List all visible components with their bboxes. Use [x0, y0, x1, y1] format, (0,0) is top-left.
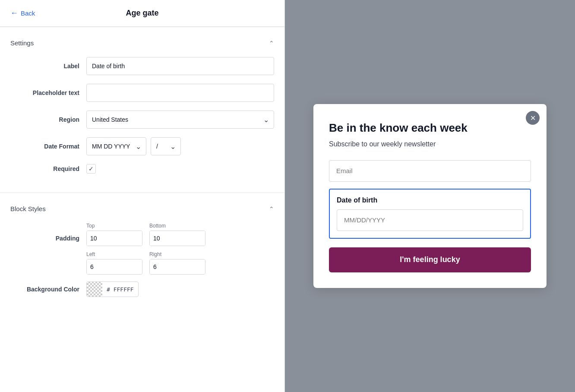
- block-styles-divider: [0, 193, 284, 193]
- modal-title: Be in the know each week: [329, 121, 531, 135]
- page-title: Age gate: [126, 9, 158, 18]
- modal-close-button[interactable]: ✕: [526, 111, 540, 125]
- left-panel: ← Back Age gate Settings ⌃ Label Placeho…: [0, 0, 285, 392]
- block-styles-chevron-icon: ⌃: [269, 205, 274, 212]
- dob-input[interactable]: [337, 209, 523, 231]
- modal-subtitle: Subscribe to our weekly newsletter: [329, 140, 531, 148]
- padding-row: Padding Top px ▲ ▼: [10, 223, 274, 275]
- padding-right-input[interactable]: [150, 259, 205, 274]
- color-value: # FFFFFF: [102, 286, 138, 293]
- padding-bottom-spinner: px ▲ ▼: [149, 231, 205, 246]
- header: ← Back Age gate: [0, 0, 284, 27]
- padding-top-spinner: px ▲ ▼: [86, 231, 142, 246]
- region-select[interactable]: United States United Kingdom Canada Aust…: [86, 111, 274, 129]
- padding-inputs: Top px ▲ ▼ Bot: [86, 223, 274, 275]
- settings-section-header[interactable]: Settings ⌃: [0, 31, 284, 54]
- padding-top-bottom-row: Top px ▲ ▼ Bot: [86, 223, 274, 246]
- date-format-select[interactable]: MM DD YYYY DD MM YYYY YYYY MM DD: [86, 137, 146, 155]
- padding-left-spinner: px ▲ ▼: [86, 259, 142, 275]
- date-of-birth-block: Date of birth: [329, 189, 531, 239]
- padding-top-label: Top: [86, 223, 142, 229]
- back-button[interactable]: ← Back: [10, 9, 35, 18]
- placeholder-row: Placeholder text: [10, 84, 274, 102]
- color-input-wrapper: # FFFFFF: [86, 281, 139, 297]
- right-panel: ✕ Be in the know each week Subscribe to …: [285, 0, 575, 392]
- back-label: Back: [21, 9, 35, 17]
- region-select-wrapper: United States United Kingdom Canada Aust…: [86, 111, 274, 129]
- date-format-select-wrapper: MM DD YYYY DD MM YYYY YYYY MM DD ⌄: [86, 137, 146, 155]
- padding-left-label: Left: [86, 251, 142, 257]
- padding-right-label: Right: [149, 251, 205, 257]
- padding-right-group: Right px ▲ ▼: [149, 251, 205, 275]
- placeholder-field-label: Placeholder text: [10, 89, 79, 96]
- date-format-inputs: MM DD YYYY DD MM YYYY YYYY MM DD ⌄ / - .…: [86, 137, 181, 155]
- required-field-label: Required: [10, 165, 79, 172]
- padding-left-group: Left px ▲ ▼: [86, 251, 142, 275]
- padding-top-input[interactable]: [87, 231, 142, 246]
- close-icon: ✕: [530, 114, 536, 122]
- label-field-label: Label: [10, 63, 79, 70]
- date-format-field-label: Date Format: [10, 143, 79, 150]
- check-icon: ✓: [88, 165, 94, 172]
- background-color-label: Background Color: [10, 286, 79, 293]
- block-styles-section-header[interactable]: Block Styles ⌃: [0, 196, 284, 219]
- block-styles-body: Padding Top px ▲ ▼: [0, 219, 284, 307]
- region-field-label: Region: [10, 116, 79, 123]
- settings-chevron-icon: ⌃: [269, 40, 274, 47]
- background-color-row: Background Color # FFFFFF: [10, 281, 274, 297]
- section-divider: [0, 27, 284, 27]
- required-checkbox[interactable]: ✓: [86, 164, 96, 174]
- back-arrow-icon: ←: [10, 9, 18, 18]
- required-row: Required ✓: [10, 164, 274, 174]
- block-styles-section: Block Styles ⌃ Padding Top px: [0, 193, 284, 307]
- submit-label: I'm feeling lucky: [400, 255, 460, 264]
- placeholder-input[interactable]: [86, 84, 274, 102]
- padding-right-spinner: px ▲ ▼: [149, 259, 205, 275]
- settings-section: Settings ⌃ Label Placeholder text Region…: [0, 27, 284, 193]
- separator-select-wrapper: / - . ⌄: [151, 137, 181, 155]
- email-input[interactable]: [329, 160, 531, 182]
- settings-section-title: Settings: [10, 39, 34, 47]
- padding-bottom-group: Bottom px ▲ ▼: [149, 223, 205, 246]
- separator-select[interactable]: / - .: [151, 137, 181, 155]
- padding-left-right-row: Left px ▲ ▼ Ri: [86, 251, 274, 275]
- submit-button[interactable]: I'm feeling lucky: [329, 247, 531, 272]
- label-input[interactable]: [86, 57, 274, 75]
- block-styles-section-title: Block Styles: [10, 205, 46, 212]
- padding-left-input[interactable]: [87, 259, 142, 274]
- label-row: Label: [10, 57, 274, 75]
- padding-top-group: Top px ▲ ▼: [86, 223, 142, 246]
- padding-bottom-input[interactable]: [150, 231, 205, 246]
- date-format-row: Date Format MM DD YYYY DD MM YYYY YYYY M…: [10, 137, 274, 155]
- color-swatch[interactable]: [87, 281, 102, 297]
- dob-label: Date of birth: [337, 196, 523, 204]
- region-row: Region United States United Kingdom Cana…: [10, 111, 274, 129]
- padding-bottom-label: Bottom: [149, 223, 205, 229]
- padding-label: Padding: [10, 223, 79, 242]
- modal-card: ✕ Be in the know each week Subscribe to …: [313, 104, 547, 288]
- settings-form-body: Label Placeholder text Region United Sta…: [0, 54, 284, 193]
